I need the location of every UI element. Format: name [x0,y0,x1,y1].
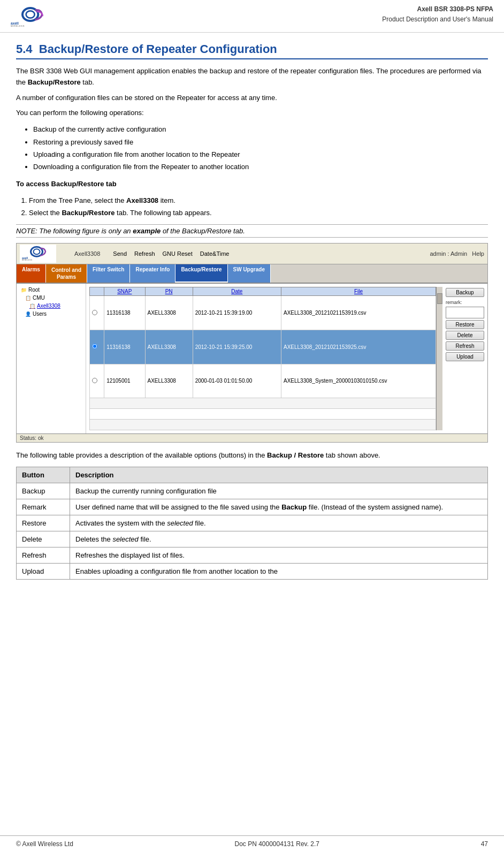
cell-pn: AXELL3308 [145,364,193,398]
gui-remark-input[interactable] [446,307,484,318]
desc-cell: User defined name that will be assigned … [70,499,488,515]
gui-logo: axell WIRELESS [20,245,56,263]
gui-refresh-button[interactable]: Refresh [446,341,484,351]
gui-tab-control[interactable]: Control andParams [46,264,87,283]
button-cell: Restore [17,515,70,531]
gui-buttons-panel: Backup remark: Restore Delete Refresh Up… [446,287,484,430]
table-row-remark: Remark User defined name that will be as… [17,499,488,515]
table-row[interactable]: 11316138 AXELL3308 2012-10-21 15:39:19.0… [90,296,436,330]
cell-pn: AXELL3308 [145,296,193,330]
cell-snap: 11316138 [104,330,145,364]
step-1: From the Tree Pane, select the Axell3308… [29,194,488,207]
gui-device-label: Axell3308 [74,250,100,257]
button-cell: Backup [17,483,70,499]
cell-snap: 12105001 [104,364,145,398]
header-title: Axell BSR 3308-PS NFPA Product Descripti… [382,4,493,25]
gui-menu-refresh[interactable]: Refresh [134,250,155,257]
gui-backup-button[interactable]: Backup [446,288,484,297]
cell-file: AXELL3308_System_20000103010150.csv [281,364,436,398]
gui-screenshot: axell WIRELESS Axell3308 Send Refresh GN… [17,244,487,442]
table-header-row: Button Description [17,467,488,483]
gui-scrollbar-thumb[interactable] [437,293,442,304]
desc-cell: Refreshes the displayed list of files. [70,547,488,564]
cell-date: 2000-01-03 01:01:50.00 [193,364,281,398]
gui-tab-filter[interactable]: Filter Switch [87,264,130,283]
col-description: Description [70,467,488,483]
logo-area: axell WIRELESS [11,4,54,30]
table-row-upload: Upload Enables uploading a configuration… [17,564,488,580]
row-radio[interactable] [92,378,97,383]
gui-data-table: SNAP PN Date File 11316138 [89,287,436,430]
bullet-item: Downloading a configuration file from th… [33,161,488,173]
table-row-backup: Backup Backup the currently running conf… [17,483,488,499]
screenshot-container: axell WIRELESS Axell3308 Send Refresh GN… [16,243,488,443]
gui-menu-gnu[interactable]: GNU Reset [163,250,193,257]
desc-cell: Backup the currently running configurati… [70,483,488,499]
gui-content-area: SNAP PN Date File 11316138 [86,284,487,433]
gui-tab-sw[interactable]: SW Upgrade [228,264,271,283]
row-radio[interactable] [92,344,97,349]
bullet-item: Restoring a previously saved file [33,136,488,148]
gui-tab-backup[interactable]: Backup/Restore [175,264,227,283]
cell-date: 2012-10-21 15:39:25.00 [193,330,281,364]
gui-sidebar-root[interactable]: 📁 Root [19,286,83,294]
gui-menu-date[interactable]: Date&Time [200,250,230,257]
footer-right: 47 [481,840,488,848]
page-footer: © Axell Wireless Ltd Doc PN 4000004131 R… [0,835,504,852]
gui-sidebar-cmu[interactable]: 📋 CMU [19,294,83,302]
gui-sidebar-users[interactable]: 👤 Users [19,310,83,318]
cell-pn: AXELL3308 [145,330,193,364]
steps-heading: To access Backup/Restore tab [16,179,488,190]
col-button: Button [17,467,70,483]
table-row-empty [90,409,436,420]
gui-axell-logo: axell WIRELESS [22,246,54,262]
intro-para1: The BSR 3308 Web GUI management applicat… [16,66,488,88]
footer-center: Doc PN 4000004131 Rev. 2.7 [234,840,319,848]
table-row-restore: Restore Activates the system with the se… [17,515,488,531]
button-cell: Upload [17,564,70,580]
desc-cell: Enables uploading a configuration file f… [70,564,488,580]
gui-tabs: Alarms Control andParams Filter Switch R… [17,264,487,284]
gui-tab-repeater[interactable]: Repeater Info [130,264,175,283]
gui-menu-items: Send Refresh GNU Reset Date&Time [113,250,229,257]
gui-tab-alarms[interactable]: Alarms [17,264,46,283]
gui-scrollbar[interactable] [436,287,442,430]
cell-file: AXELL3308_20121021153919.csv [281,296,436,330]
col-snap: SNAP [104,287,145,296]
bullet-item: Backup of the currently active configura… [33,123,488,135]
gui-restore-button[interactable]: Restore [446,320,484,329]
main-content: 5.4 Backup/Restore of Repeater Configura… [0,33,504,617]
table-row-delete: Delete Deletes the selected file. [17,531,488,547]
description-table: Button Description Backup Backup the cur… [16,467,488,580]
gui-sidebar-axell3308[interactable]: 📋 Axell3308 [19,302,83,310]
col-date: Date [193,287,281,296]
bullet-list: Backup of the currently active configura… [33,123,488,173]
button-cell: Remark [17,499,70,515]
gui-delete-button[interactable]: Delete [446,331,484,340]
svg-text:WIRELESS: WIRELESS [11,25,25,27]
col-file: File [281,287,436,296]
table-row[interactable]: 12105001 AXELL3308 2000-01-03 01:01:50.0… [90,364,436,398]
cell-file: AXELL3308_20121021153925.csv [281,330,436,364]
footer-left: © Axell Wireless Ltd [16,840,73,848]
bullet-item: Uploading a configuration file from anot… [33,148,488,161]
table-row[interactable]: 11316138 AXELL3308 2012-10-21 15:39:25.0… [90,330,436,364]
table-row-refresh: Refresh Refreshes the displayed list of … [17,547,488,564]
desc-cell: Deletes the selected file. [70,531,488,547]
gui-main-area: 📁 Root 📋 CMU 📋 Axell3308 👤 Users [17,284,487,433]
gui-sidebar: 📁 Root 📋 CMU 📋 Axell3308 👤 Users [17,284,86,433]
cell-snap: 11316138 [104,296,145,330]
table-row-empty [90,420,436,430]
intro-para2: A number of configuration files can be s… [16,93,488,104]
note-line: NOTE: The following figure is only an ex… [16,224,488,238]
gui-admin: admin : Admin Help [430,250,485,257]
intro-para3: You can perform the following operations… [16,108,488,119]
col-radio [90,287,104,296]
gui-menu-send[interactable]: Send [113,250,127,257]
row-radio[interactable] [92,310,97,315]
gui-upload-button[interactable]: Upload [446,352,484,361]
cell-date: 2012-10-21 15:39:19.00 [193,296,281,330]
gui-topbar: axell WIRELESS Axell3308 Send Refresh GN… [17,244,487,264]
page-header: axell WIRELESS Axell BSR 3308-PS NFPA Pr… [0,0,504,33]
axell-logo: axell WIRELESS [11,4,54,30]
